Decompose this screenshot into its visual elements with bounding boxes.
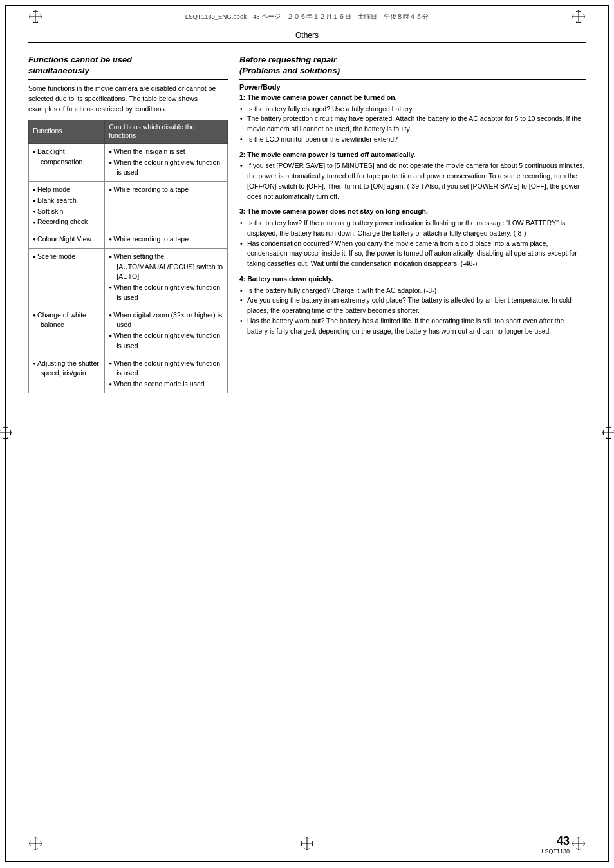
svg-rect-27 (310, 846, 314, 851)
repair-problem-block: 4: Battery runs down quickly.Is the batt… (239, 274, 586, 337)
bullet-item: Is the LCD monitor open or the viewfinde… (239, 135, 586, 145)
function-item: Soft skin (33, 207, 100, 217)
svg-rect-10 (572, 10, 576, 14)
section-title: Others (28, 28, 586, 43)
condition-item: When the scene mode is used (109, 379, 223, 390)
crosshair-right-mid (602, 426, 614, 441)
crosshair-tr-icon (572, 10, 586, 24)
condition-item: While recording to a tape (109, 185, 223, 195)
svg-rect-38 (0, 426, 3, 430)
right-column: Before requesting repair (Problems and s… (239, 55, 586, 393)
table-row: Backlight compensationWhen the iris/gain… (29, 143, 228, 181)
page-container: LSQT1130_ENG.book 43 ページ ２０６年１２月１６日 土曜日 … (0, 5, 614, 868)
table-cell-conditions: When the colour night view function is u… (105, 355, 228, 393)
function-item: Colour Night View (33, 234, 100, 245)
bullet-item: Are you using the battery in an extremel… (239, 296, 586, 316)
svg-rect-13 (581, 19, 586, 24)
svg-rect-4 (38, 10, 42, 14)
functions-table: Functions Conditions which disable the f… (28, 120, 228, 393)
svg-rect-12 (572, 19, 576, 24)
bullet-item: Has the battery worn out? The battery ha… (239, 316, 586, 337)
repair-problem-block: 1: The movie camera power cannot be turn… (239, 93, 586, 145)
function-item: Blank search (33, 196, 100, 206)
power-body-label: Power/Body (239, 83, 586, 91)
function-item: Change of white balance (33, 310, 100, 331)
table-cell-functions: Colour Night View (29, 231, 105, 249)
table-header-conditions: Conditions which disable the functions (105, 120, 228, 143)
svg-rect-34 (581, 846, 586, 851)
table-row: Adjusting the shutter speed, iris/gainWh… (29, 355, 228, 393)
svg-rect-32 (581, 836, 586, 841)
page-code: LSQT1130 (541, 848, 570, 854)
condition-item: When setting the [AUTO/MANUAL/FOCUS] swi… (109, 252, 223, 282)
columns-wrapper: Functions cannot be used simultaneously … (28, 55, 586, 393)
page-number-block: 43 LSQT1130 (541, 835, 570, 854)
bullet-item: The battery protection circuit may have … (239, 114, 586, 135)
svg-rect-39 (8, 426, 12, 430)
table-cell-functions: Help modeBlank searchSoft skinRecording … (29, 182, 105, 231)
svg-rect-3 (28, 10, 33, 14)
function-item: Scene mode (33, 252, 100, 262)
table-cell-functions: Backlight compensation (29, 143, 105, 181)
function-item: Recording check (33, 217, 100, 227)
problem-bullets: Is the battery low? If the remaining bat… (239, 218, 586, 269)
problem-bullets: If you set [POWER SAVE] to [5 MINUTES] a… (239, 161, 586, 202)
crosshair-lm-icon (0, 426, 12, 440)
crosshair-br (572, 836, 586, 852)
function-item: Adjusting the shutter speed, iris/gain (33, 359, 100, 379)
svg-rect-41 (8, 435, 12, 440)
condition-item: When the colour night view function is u… (109, 283, 223, 303)
crosshair-bottom-center (300, 836, 314, 852)
condition-item: When digital zoom (32× or higher) is use… (109, 310, 223, 331)
bullet-item: If you set [POWER SAVE] to [5 MINUTES] a… (239, 161, 586, 202)
svg-rect-26 (300, 846, 304, 851)
problem-bullets: Is the battery fully charged? Use a full… (239, 104, 586, 145)
repair-problem-block: 2: The movie camera power is turned off … (239, 150, 586, 202)
svg-rect-25 (310, 836, 314, 841)
table-cell-functions: Scene mode (29, 248, 105, 307)
table-cell-conditions: When the iris/gain is setWhen the colour… (105, 143, 228, 181)
function-item: Help mode (33, 185, 100, 195)
crosshair-br-icon (572, 836, 586, 851)
bullet-item: Has condensation occurred? When you carr… (239, 239, 586, 269)
right-heading: Before requesting repair (Problems and s… (239, 55, 586, 80)
svg-rect-46 (611, 426, 614, 430)
repair-problem-block: 3: The movie camera power does not stay … (239, 207, 586, 269)
bullet-item: Is the battery fully charged? Use a full… (239, 104, 586, 115)
table-cell-functions: Change of white balance (29, 307, 105, 355)
table-cell-functions: Adjusting the shutter speed, iris/gain (29, 355, 105, 393)
header-rule: LSQT1130_ENG.book 43 ページ ２０６年１２月１６日 土曜日 … (6, 6, 608, 28)
svg-rect-6 (38, 19, 42, 24)
svg-rect-5 (28, 19, 33, 24)
table-cell-conditions: While recording to a tape (105, 182, 228, 231)
svg-rect-17 (28, 836, 33, 841)
crosshair-rm-icon (602, 426, 614, 440)
problem-bullets: Is the battery fully charged? Charge it … (239, 286, 586, 337)
svg-rect-31 (572, 836, 576, 841)
svg-rect-24 (300, 836, 304, 841)
crosshair-bc-icon (300, 836, 314, 851)
table-row: Colour Night ViewWhile recording to a ta… (29, 231, 228, 249)
main-content-area: Functions cannot be used simultaneously … (6, 50, 608, 432)
table-cell-conditions: While recording to a tape (105, 231, 228, 249)
table-row: Scene modeWhen setting the [AUTO/MANUAL/… (29, 248, 228, 307)
left-heading: Functions cannot be used simultaneously (28, 55, 228, 80)
page-number: 43 (541, 835, 570, 848)
table-row: Change of white balanceWhen digital zoom… (29, 307, 228, 355)
svg-rect-33 (572, 846, 576, 851)
problem-number-title: 3: The movie camera power does not stay … (239, 207, 586, 217)
svg-rect-40 (0, 435, 3, 440)
crosshair-bl-icon (28, 836, 42, 851)
crosshair-bl (28, 836, 42, 852)
svg-rect-48 (611, 435, 614, 440)
left-column: Functions cannot be used simultaneously … (28, 55, 228, 393)
crosshair-left-mid (0, 426, 12, 441)
svg-rect-19 (28, 846, 33, 851)
crosshair-tl-icon (28, 10, 42, 24)
repair-problems-container: 1: The movie camera power cannot be turn… (239, 93, 586, 337)
svg-rect-11 (581, 10, 586, 14)
table-cell-conditions: When digital zoom (32× or higher) is use… (105, 307, 228, 355)
svg-rect-20 (38, 846, 42, 851)
table-header-functions: Functions (29, 120, 105, 143)
problem-number-title: 1: The movie camera power cannot be turn… (239, 93, 586, 103)
